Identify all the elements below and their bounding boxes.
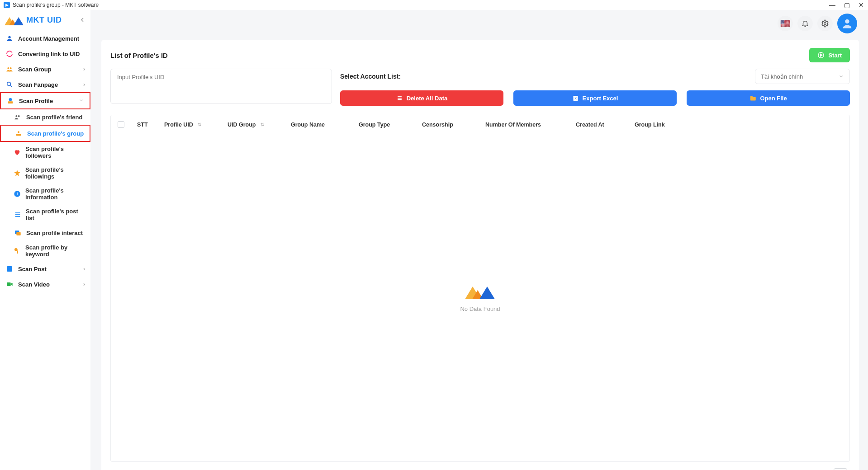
list-icon — [14, 211, 21, 219]
svg-point-7 — [15, 115, 17, 117]
svg-point-0 — [8, 36, 10, 38]
col-group-type[interactable]: Group Type — [352, 122, 416, 128]
group-small-icon — [14, 129, 23, 137]
table-empty-state: No Data Found — [111, 134, 849, 461]
chevron-right-icon: › — [83, 266, 85, 272]
profile-icon — [6, 97, 14, 105]
svg-text:i: i — [17, 192, 18, 196]
export-button-label: Export Excel — [583, 95, 618, 102]
empty-text: No Data Found — [460, 306, 500, 312]
sidebar-sub-label: Scan profile's group — [27, 130, 84, 137]
svg-line-4 — [10, 85, 12, 87]
window-minimize[interactable]: — — [829, 2, 835, 8]
svg-point-24 — [824, 23, 826, 25]
sidebar-item-scan-fanpage[interactable]: Scan Fanpage › — [0, 77, 90, 92]
user-avatar[interactable] — [837, 14, 857, 33]
col-uid-group[interactable]: UID Group — [221, 122, 285, 128]
star-icon — [14, 169, 21, 177]
col-grouplink[interactable]: Group Link — [628, 122, 849, 128]
sidebar-sub-scan-postlist[interactable]: Scan profile's post list — [0, 204, 90, 225]
svg-point-3 — [7, 82, 11, 86]
chevron-right-icon: › — [83, 281, 85, 287]
col-created[interactable]: Created At — [569, 122, 628, 128]
notifications-button[interactable] — [797, 16, 813, 31]
delete-all-button[interactable]: Delete All Data — [340, 90, 503, 106]
table-footer: No Data Found 10 — [110, 462, 850, 470]
sidebar-item-label: Converting link to UID — [18, 51, 80, 57]
main-content: 🇺🇸 List of Profile's ID Start — [90, 10, 868, 470]
sidebar-sub-scan-followings[interactable]: Scan profile's followings — [0, 163, 90, 183]
svg-rect-18 — [16, 232, 20, 235]
export-excel-button[interactable]: X Export Excel — [513, 90, 677, 106]
select-all-checkbox[interactable] — [118, 121, 124, 128]
sidebar-sub-scan-interact[interactable]: Scan profile interact — [0, 225, 90, 240]
col-group-name[interactable]: Group Name — [285, 122, 352, 128]
open-file-button[interactable]: Open File — [687, 90, 850, 106]
svg-marker-23 — [11, 283, 13, 286]
play-circle-icon — [817, 52, 825, 59]
sidebar-item-label: Scan Group — [18, 66, 52, 73]
account-select-value: Tài khoản chính — [761, 73, 803, 80]
heart-icon — [14, 148, 21, 156]
sidebar-sub-label: Scan profile interact — [26, 230, 83, 236]
sidebar-sub-scan-information[interactable]: i Scan profile's information — [0, 183, 90, 204]
sidebar-sub-scan-group[interactable]: Scan profile's group — [0, 125, 90, 142]
delete-icon — [396, 95, 403, 102]
sidebar-item-scan-profile[interactable]: Scan Profile — [0, 92, 90, 109]
brand-name: MKT UID — [26, 15, 62, 25]
search-icon — [5, 80, 14, 89]
sidebar-item-scan-video[interactable]: Scan Video › — [0, 277, 90, 292]
empty-logo-icon — [465, 284, 496, 299]
app-icon: ▶ — [4, 2, 10, 8]
col-stt[interactable]: STT — [131, 122, 158, 128]
window-close[interactable]: ✕ — [858, 2, 864, 8]
bell-icon — [801, 19, 809, 28]
gear-icon — [821, 19, 829, 28]
info-icon: i — [14, 190, 21, 198]
sidebar-sub-scan-followers[interactable]: Scan profile's followers — [0, 142, 90, 163]
sidebar-sub-label: Scan profile's followers — [25, 146, 85, 159]
window-title: Scan profile's group - MKT software — [13, 2, 99, 8]
svg-rect-21 — [7, 266, 12, 272]
sidebar-item-converting-link[interactable]: Converting link to UID — [0, 46, 90, 61]
svg-marker-27 — [821, 54, 822, 56]
account-select[interactable]: Tài khoản chính — [755, 69, 850, 84]
language-button[interactable]: 🇺🇸 — [778, 16, 793, 31]
sidebar-item-label: Account Management — [18, 35, 79, 42]
flag-us-icon: 🇺🇸 — [780, 19, 790, 28]
excel-icon: X — [572, 95, 579, 102]
chevron-down-icon — [839, 74, 844, 79]
svg-rect-5 — [8, 101, 13, 103]
svg-point-6 — [9, 98, 12, 101]
svg-point-8 — [18, 115, 20, 117]
sidebar-sub-label: Scan profile's information — [25, 187, 85, 201]
data-table: STT Profile UID UID Group Group Name Gro… — [110, 115, 850, 462]
top-right-toolbar: 🇺🇸 — [778, 14, 857, 33]
delete-button-label: Delete All Data — [407, 95, 448, 102]
sidebar-item-account-management[interactable]: Account Management — [0, 31, 90, 46]
svg-rect-20 — [17, 250, 18, 254]
col-profile-uid[interactable]: Profile UID — [158, 122, 221, 128]
sidebar-item-scan-group[interactable]: Scan Group › — [0, 61, 90, 77]
sidebar-sub-scan-friend[interactable]: Scan profile's friend — [0, 109, 90, 125]
sidebar-sub-scan-keyword[interactable]: Scan profile by keyword — [0, 240, 90, 261]
sidebar-sub-label: Scan profile by keyword — [25, 244, 85, 258]
profile-uid-input[interactable] — [110, 69, 332, 104]
sidebar-item-scan-post[interactable]: Scan Post › — [0, 261, 90, 277]
video-icon — [5, 280, 14, 288]
page-size-select[interactable]: 10 — [834, 468, 847, 470]
sidebar-collapse-button[interactable] — [79, 16, 86, 24]
sidebar-item-label: Scan Fanpage — [18, 81, 58, 88]
window-maximize[interactable]: ▢ — [844, 2, 850, 8]
sidebar-item-label: Scan Profile — [19, 98, 53, 104]
svg-text:X: X — [574, 97, 577, 100]
col-members[interactable]: Number Of Members — [479, 122, 569, 128]
avatar-icon — [841, 17, 854, 30]
col-censorship[interactable]: Censorship — [416, 122, 479, 128]
svg-rect-29 — [398, 98, 402, 99]
settings-button[interactable] — [817, 16, 833, 31]
svg-point-2 — [10, 67, 12, 69]
group-icon — [5, 65, 14, 73]
start-button[interactable]: Start — [809, 48, 850, 62]
svg-rect-10 — [16, 134, 21, 136]
